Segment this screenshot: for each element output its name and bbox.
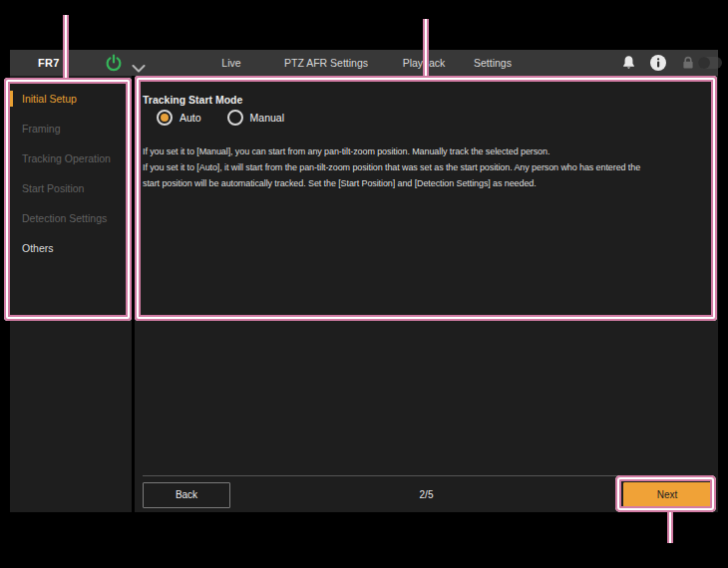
sidebar-item-label: Framing [22,123,61,135]
toggle-knob [698,57,710,69]
sidebar-item-label: Start Position [22,182,84,194]
sidebar-item-label: Others [22,242,54,254]
radio-label: Manual [250,112,284,124]
section-title: Tracking Start Mode [143,94,242,106]
menu-item-settings[interactable]: Settings [474,50,512,76]
callout-line-next-button [667,512,673,543]
sidebar-item-start-position: Start Position [10,173,132,203]
description-line: If you set it to [Manual], you can start… [143,143,640,159]
notification-bell-icon[interactable] [621,55,636,75]
sidebar-item-label: Initial Setup [22,93,77,105]
tracking-start-mode-radio-group: Auto Manual [157,110,310,126]
top-bar: FR7 Live PTZ AFR Settings Playback Setti… [10,50,718,76]
footer-divider [143,475,711,476]
active-indicator [10,91,13,107]
description-line: start position will be automatically tra… [143,175,640,191]
radio-circle-icon [227,110,243,126]
radio-option-manual[interactable]: Manual [227,110,284,126]
radio-circle-selected-icon [157,110,173,126]
sidebar-item-tracking-operation: Tracking Operation [10,143,132,173]
sidebar-item-others[interactable]: Others [10,233,132,263]
sidebar-item-initial-setup[interactable]: Initial Setup [10,84,132,114]
next-button[interactable]: Next [623,482,711,508]
wizard-sidebar: Initial Setup Framing Tracking Operation… [10,76,132,512]
fr7-web-app: FR7 Live PTZ AFR Settings Playback Setti… [0,0,728,568]
info-icon[interactable] [650,55,666,75]
lock-icon [682,56,694,74]
chevron-down-icon[interactable] [132,59,146,77]
lock-toggle[interactable] [698,57,722,69]
device-name: FR7 [38,50,60,76]
wizard-content: Tracking Start Mode Auto Manual If you s… [135,76,718,512]
radio-label: Auto [180,112,201,124]
menu-item-ptz-afr-settings[interactable]: PTZ AFR Settings [284,50,368,76]
power-icon[interactable] [105,54,123,76]
sidebar-item-framing: Framing [10,114,132,143]
sidebar-item-label: Tracking Operation [22,152,111,164]
sidebar-item-label: Detection Settings [22,212,107,224]
menu-item-playback[interactable]: Playback [403,50,446,76]
radio-option-auto[interactable]: Auto [157,110,201,126]
description-line: If you set it to [Auto], it will start f… [143,159,640,175]
description-text: If you set it to [Manual], you can start… [143,143,640,191]
menu-item-live[interactable]: Live [221,50,240,76]
sidebar-item-detection-settings: Detection Settings [10,203,132,233]
